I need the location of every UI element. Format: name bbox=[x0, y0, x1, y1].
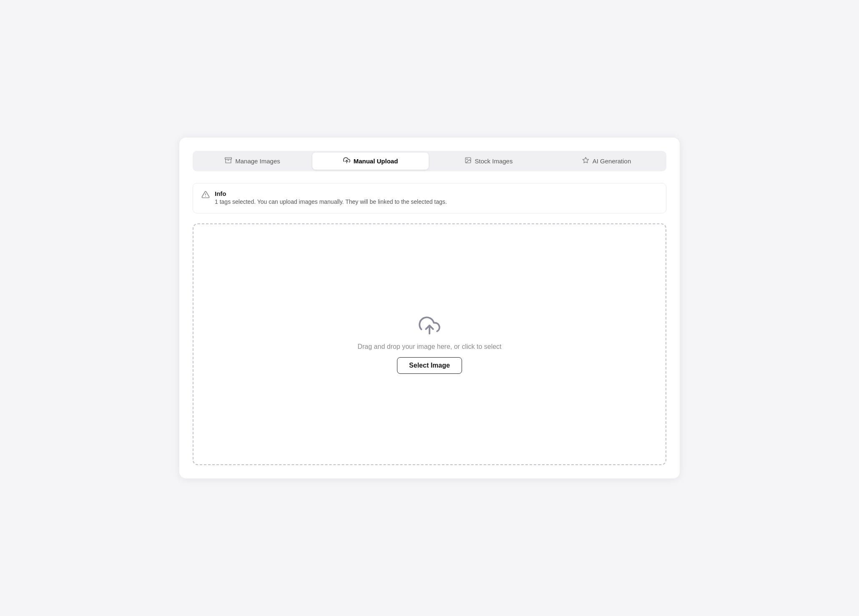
info-triangle-icon bbox=[201, 190, 210, 201]
tab-manual-upload-label: Manual Upload bbox=[354, 158, 398, 165]
drop-zone-instruction: Drag and drop your image here, or click … bbox=[357, 343, 501, 351]
svg-rect-0 bbox=[225, 158, 232, 159]
manual-upload-icon bbox=[343, 157, 350, 165]
info-title: Info bbox=[215, 190, 447, 197]
info-banner: Info 1 tags selected. You can upload ima… bbox=[193, 183, 666, 213]
tab-bar: Manage Images Manual Upload Stock Im bbox=[193, 151, 666, 171]
tab-stock-images-label: Stock Images bbox=[475, 158, 513, 165]
tab-manage-images-label: Manage Images bbox=[235, 158, 280, 165]
svg-marker-5 bbox=[583, 158, 588, 163]
tab-manual-upload[interactable]: Manual Upload bbox=[312, 153, 429, 170]
info-content: Info 1 tags selected. You can upload ima… bbox=[215, 190, 447, 206]
manage-images-icon bbox=[225, 157, 232, 165]
svg-point-4 bbox=[467, 159, 467, 160]
stock-images-icon bbox=[465, 157, 472, 165]
upload-icon-wrap bbox=[419, 315, 440, 336]
tab-manage-images[interactable]: Manage Images bbox=[194, 153, 311, 170]
select-image-button[interactable]: Select Image bbox=[397, 357, 462, 374]
drop-zone[interactable]: Drag and drop your image here, or click … bbox=[193, 223, 666, 465]
tab-stock-images[interactable]: Stock Images bbox=[430, 153, 547, 170]
info-message: 1 tags selected. You can upload images m… bbox=[215, 198, 447, 206]
main-container: Manage Images Manual Upload Stock Im bbox=[179, 138, 680, 478]
tab-ai-generation[interactable]: AI Generation bbox=[548, 153, 665, 170]
upload-icon bbox=[419, 315, 440, 336]
ai-generation-icon bbox=[582, 157, 589, 165]
tab-ai-generation-label: AI Generation bbox=[593, 158, 631, 165]
